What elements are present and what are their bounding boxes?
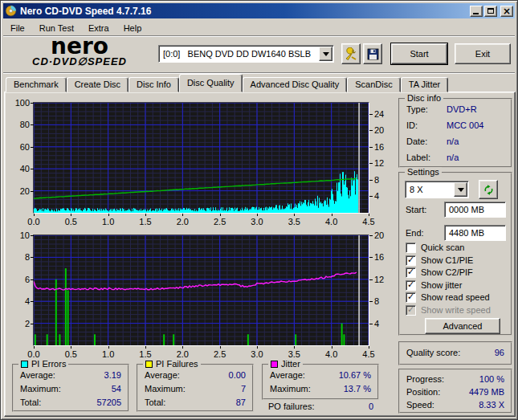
x-axis-tick-label: 1.0 <box>99 349 118 359</box>
po-failures-label: PO failures: <box>268 402 314 411</box>
stat-row: Average:10.67 % <box>270 370 371 380</box>
y-axis-left-tick-label: 8 <box>10 252 30 262</box>
x-axis-tick-label: 0.0 <box>24 217 43 226</box>
jitter-swatch <box>271 361 278 368</box>
scan-speed-selector[interactable]: 8 X <box>405 181 469 198</box>
refresh-button[interactable] <box>479 180 498 199</box>
tick-mark <box>182 346 183 349</box>
progress-row: Progress:100 % <box>406 374 504 384</box>
tab-disc-quality[interactable]: Disc Quality <box>179 74 243 92</box>
nero-logo: nero CD·DVD∅SPEED <box>7 37 152 67</box>
quality-score-label: Quality score: <box>406 348 460 357</box>
pi-failures-swatch <box>145 361 153 368</box>
checkbox-box[interactable]: ✓ <box>406 243 416 253</box>
y-axis-right-tick-label: 20 <box>374 125 394 135</box>
stat-row: Total:87 <box>145 398 246 407</box>
checkbox-show-c2-pif[interactable]: ✓ Show C2/PIF <box>406 267 473 278</box>
x-axis-tick-label: 1.5 <box>136 349 155 359</box>
y-axis-left-tick-label: 6 <box>10 275 30 284</box>
checkbox-show-read-speed[interactable]: ✓ Show read speed <box>406 292 490 303</box>
x-axis-tick-label: 1.0 <box>99 217 118 226</box>
start-button-label: Start <box>410 49 428 59</box>
disc-info-row: Type:DVD+R <box>406 104 504 114</box>
x-axis-tick-label: 3.5 <box>284 217 304 226</box>
progress-panel: Progress:100 % Position:4479 MB Speed:8.… <box>398 369 512 414</box>
start-button[interactable]: Start <box>391 43 447 64</box>
save-button[interactable] <box>363 43 382 64</box>
drive-selector[interactable]: [0:0] BENQ DVD DD DW1640 BSLB <box>158 45 334 63</box>
tab-advanced-disc-quality[interactable]: Advanced Disc Quality <box>243 77 348 92</box>
y-axis-left-tick-label: 10 <box>10 230 30 240</box>
chevron-down-icon <box>323 52 329 59</box>
close-button[interactable]: × <box>500 6 513 17</box>
exit-button[interactable]: Exit <box>455 43 511 64</box>
x-axis-tick-label: 3.5 <box>284 349 304 359</box>
checkbox-box[interactable]: ✓ <box>406 255 416 266</box>
nero-logo-text: nero <box>7 37 152 56</box>
y-axis-right-tick-label: 8 <box>374 175 394 185</box>
x-axis-tick-label: 2.0 <box>173 217 192 226</box>
y-axis-right-tick-label: 20 <box>374 230 394 240</box>
checkbox-box[interactable]: ✓ <box>406 280 416 291</box>
y-axis-left-tick-label: 60 <box>10 142 30 152</box>
x-axis-tick-label: 3.0 <box>247 217 267 226</box>
disc-info-panel: Disc info Type:DVD+R ID:MCC 004 Date:n/a… <box>398 98 512 168</box>
checkbox-box[interactable]: ✓ <box>406 267 416 278</box>
y-axis-right-tick-label: 4 <box>374 191 394 201</box>
advanced-button[interactable]: Advanced <box>425 318 500 334</box>
pi-failures-title: PI Failures <box>156 359 198 369</box>
scan-speed-dropdown-button[interactable] <box>454 182 467 197</box>
stat-row: Maximum:7 <box>145 384 246 393</box>
maximize-button[interactable] <box>484 6 497 17</box>
tick-mark <box>31 124 34 125</box>
checkbox-show-jitter[interactable]: ✓ Show jitter <box>406 279 462 291</box>
tab-strip: Benchmark Create Disc Disc Info Disc Qua… <box>6 75 448 92</box>
minimize-button[interactable] <box>470 6 483 17</box>
options-button[interactable] <box>341 43 361 64</box>
y-axis-left-tick-label: 80 <box>10 120 30 129</box>
start-position-input[interactable]: 0000 MB <box>444 202 506 218</box>
check-icon: ✓ <box>407 256 414 264</box>
menu-file[interactable]: File <box>3 22 32 35</box>
pi-errors-chart: 2040608010048121620240.00.51.01.52.02.53… <box>10 96 393 225</box>
checkbox-show-c1-pie[interactable]: ✓ Show C1/PIE <box>406 255 473 266</box>
stat-row: Total:57205 <box>20 398 121 407</box>
refresh-icon <box>483 184 495 196</box>
tick-mark <box>71 346 71 349</box>
quality-score-panel: Quality score: 96 <box>398 341 512 365</box>
tab-disc-info[interactable]: Disc Info <box>128 77 179 92</box>
tick-mark <box>369 324 373 324</box>
drive-selector-dropdown-button[interactable] <box>319 47 332 61</box>
end-position-input[interactable]: 4480 MB <box>444 225 506 241</box>
checkbox-quick-scan[interactable]: ✓ Quick scan <box>406 242 464 253</box>
tick-mark <box>31 169 34 169</box>
maximize-icon <box>487 8 494 14</box>
x-axis-tick-label: 0.5 <box>61 349 80 359</box>
menu-help[interactable]: Help <box>116 22 149 35</box>
quality-score-row: Quality score: 96 <box>406 348 504 357</box>
tab-scandisc[interactable]: ScanDisc <box>347 77 400 92</box>
x-axis-tick-label: 2.5 <box>210 349 230 359</box>
x-axis-tick-label: 0.5 <box>61 217 80 226</box>
tab-ta-jitter[interactable]: TA Jitter <box>401 77 449 92</box>
po-failures-value: 0 <box>369 402 373 411</box>
tick-mark <box>220 346 221 349</box>
options-icon <box>345 47 358 61</box>
tick-mark <box>31 235 34 236</box>
tick-mark <box>31 301 34 302</box>
tab-benchmark[interactable]: Benchmark <box>6 77 67 92</box>
pi-failures-jitter-chart: 246810481216200.00.51.01.52.02.53.03.54.… <box>10 229 393 357</box>
x-axis-tick-label: 3.0 <box>247 349 267 359</box>
start-position-label: Start: <box>406 205 426 214</box>
drive-selector-value: [0:0] BENQ DVD DD DW1640 BSLB <box>159 49 318 59</box>
y-axis-left-tick-label: 4 <box>10 296 30 306</box>
tick-mark <box>369 214 369 216</box>
pi-failures-plot-area <box>33 234 369 346</box>
app-window: Nero CD-DVD Speed 4.7.7.16 × File Run Te… <box>0 0 518 420</box>
title-bar[interactable]: Nero CD-DVD Speed 4.7.7.16 × <box>3 3 515 18</box>
tick-mark <box>145 346 146 349</box>
tab-create-disc[interactable]: Create Disc <box>67 77 128 92</box>
tick-mark <box>71 214 71 216</box>
checkbox-box[interactable]: ✓ <box>406 292 416 303</box>
tick-mark <box>34 346 35 349</box>
